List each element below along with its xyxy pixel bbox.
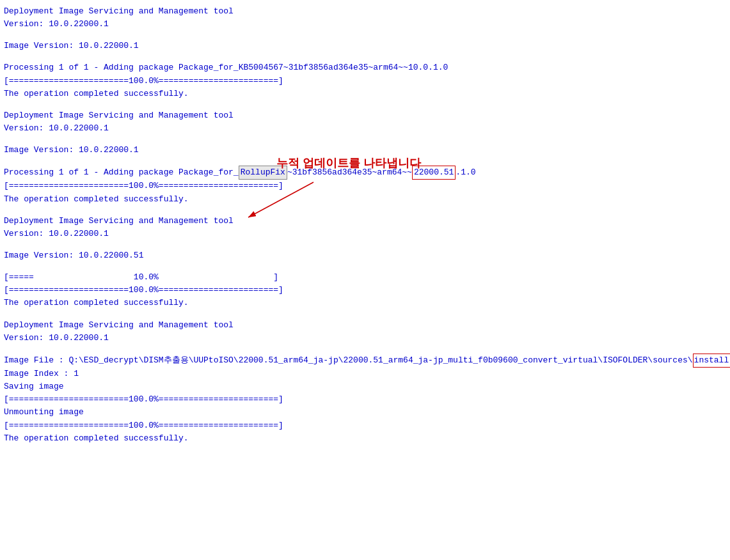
terminal-line: The operation completed successfully. bbox=[4, 193, 726, 206]
terminal-line: Processing 1 of 1 - Adding package Packa… bbox=[4, 61, 726, 74]
terminal-output: Deployment Image Servicing and Managemen… bbox=[4, 5, 726, 445]
terminal-line: Unmounting image bbox=[4, 406, 726, 419]
empty-line bbox=[4, 240, 726, 249]
terminal-line: Image File : Q:\ESD_decrypt\DISM추출용\UUPt… bbox=[4, 354, 726, 368]
empty-line bbox=[4, 100, 726, 109]
terminal-line: Version: 10.0.22000.1 bbox=[4, 332, 726, 345]
terminal-line: Version: 10.0.22000.1 bbox=[4, 122, 726, 135]
terminal-line: The operation completed successfully. bbox=[4, 297, 726, 309]
empty-line bbox=[4, 262, 726, 271]
terminal-line: Image Index : 1 bbox=[4, 368, 726, 380]
terminal-line: Version: 10.0.22000.1 bbox=[4, 228, 726, 240]
empty-line bbox=[4, 345, 726, 354]
empty-line bbox=[4, 135, 726, 144]
terminal-line: Saving image bbox=[4, 380, 726, 393]
terminal-line: [========================100.0%=========… bbox=[4, 284, 726, 297]
terminal-line: The operation completed successfully. bbox=[4, 432, 726, 445]
terminal-line: [========================100.0%=========… bbox=[4, 419, 726, 432]
terminal-line: [========================100.0%=========… bbox=[4, 75, 726, 88]
terminal-line: Deployment Image Servicing and Managemen… bbox=[4, 319, 726, 332]
wim-highlight: install.wim bbox=[693, 354, 730, 368]
line-text: ~31bf3856ad364e35~arm64~~ bbox=[287, 167, 412, 177]
terminal-line: [========================100.0%=========… bbox=[4, 393, 726, 406]
line-text: Image File : Q:\ESD_decrypt\DISM추출용\UUPt… bbox=[4, 355, 693, 365]
terminal-line: Deployment Image Servicing and Managemen… bbox=[4, 5, 726, 18]
empty-line bbox=[4, 206, 726, 215]
terminal-line: Image Version: 10.0.22000.1 bbox=[4, 144, 726, 157]
terminal-line: [===== 10.0% ] bbox=[4, 271, 726, 284]
terminal-line: Deployment Image Servicing and Managemen… bbox=[4, 215, 726, 228]
terminal-line: Processing 1 of 1 - Adding package Packa… bbox=[4, 166, 726, 180]
line-text: .1.0 bbox=[456, 167, 475, 177]
empty-line bbox=[4, 52, 726, 61]
terminal-line: Version: 10.0.22000.1 bbox=[4, 18, 726, 31]
terminal-line: Image Version: 10.0.22000.1 bbox=[4, 40, 726, 52]
terminal-line: Image Version: 10.0.22000.51 bbox=[4, 249, 726, 262]
empty-line bbox=[4, 310, 726, 319]
version-highlight: 22000.51 bbox=[412, 166, 456, 180]
rollup-highlight: RollupFix bbox=[239, 166, 287, 180]
terminal-line: [========================100.0%=========… bbox=[4, 180, 726, 192]
terminal-line: Deployment Image Servicing and Managemen… bbox=[4, 109, 726, 122]
line-text: Processing 1 of 1 - Adding package Packa… bbox=[4, 167, 239, 177]
terminal-line: The operation completed successfully. bbox=[4, 88, 726, 100]
empty-line bbox=[4, 31, 726, 40]
empty-line bbox=[4, 157, 726, 166]
